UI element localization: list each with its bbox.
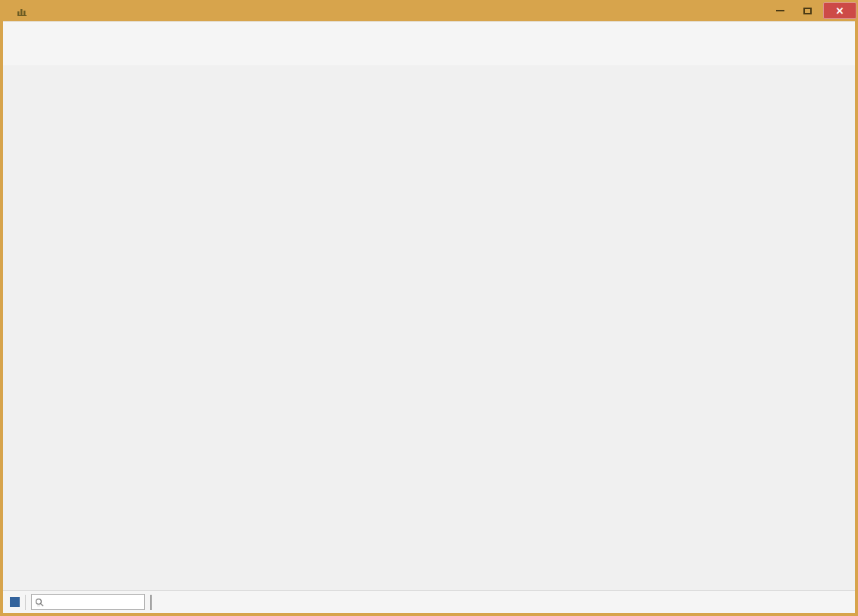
chart-area: [3, 65, 855, 590]
connection-status-icon: [10, 597, 20, 607]
instrument-label: [3, 55, 855, 66]
minimize-button[interactable]: [768, 2, 791, 19]
app-window: ✕: [0, 0, 858, 616]
divider: [150, 595, 152, 610]
close-button[interactable]: ✕: [823, 2, 856, 19]
maximize-button[interactable]: [796, 2, 819, 19]
menu-bar: [3, 22, 855, 39]
instrument-search-box[interactable]: [31, 594, 145, 610]
toolbar: [3, 39, 855, 55]
app-icon: [17, 5, 29, 16]
title-bar: ✕: [0, 0, 858, 21]
window-content: [3, 21, 855, 613]
search-input[interactable]: [47, 598, 138, 607]
divider: [25, 595, 26, 610]
status-bar: [3, 590, 855, 613]
search-icon: [35, 598, 44, 607]
candlestick-chart-canvas[interactable]: [3, 65, 855, 590]
